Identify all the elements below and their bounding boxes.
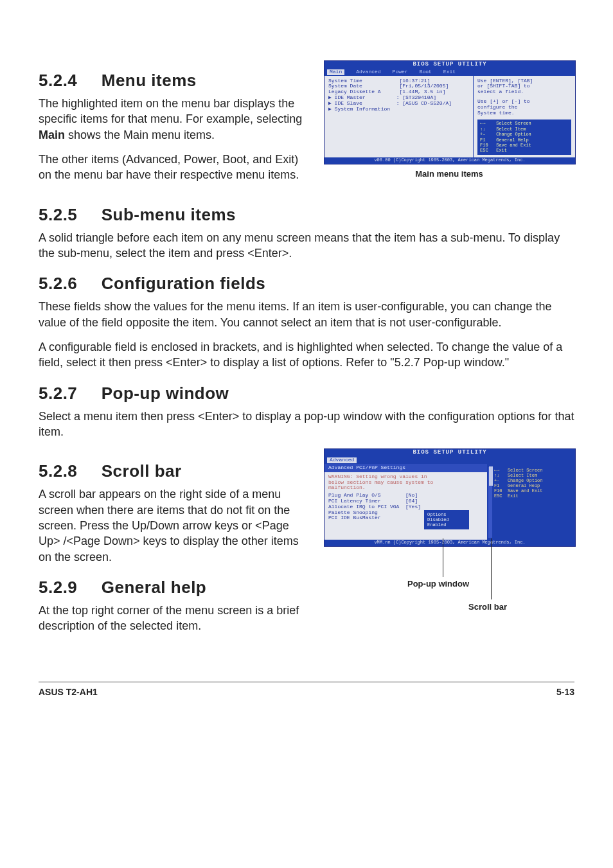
page-footer: ASUS T2-AH1 5-13 bbox=[39, 682, 574, 698]
footer-left: ASUS T2-AH1 bbox=[39, 686, 98, 698]
paragraph: The highlighted item on the menu bar dis… bbox=[39, 96, 312, 143]
paragraph: The other items (Advanced, Power, Boot, … bbox=[39, 152, 312, 183]
callout-line bbox=[491, 538, 492, 599]
popup-options-box: Options Disabled Enabled bbox=[424, 510, 469, 529]
heading-5-2-8: 5.2.8 Scroll bar bbox=[39, 460, 312, 483]
bios-help-box: ←→ Select Screen ↑↓ Select Item +- Chang… bbox=[477, 120, 571, 154]
bios-subheading: Advanced PCI/PnP Settings bbox=[324, 464, 487, 472]
scrollbar-thumb bbox=[489, 466, 493, 486]
heading-title: Menu items bbox=[102, 71, 197, 90]
callout-scroll: Scroll bar bbox=[468, 601, 507, 613]
heading-5-2-5: 5.2.5 Sub-menu items bbox=[39, 204, 574, 226]
paragraph: A configurable field is enclosed in brac… bbox=[39, 339, 574, 371]
bios-tab-advanced: Advanced bbox=[327, 457, 357, 463]
bios-tab: Exit bbox=[443, 69, 456, 75]
bios-menubar: Main Advanced Power Boot Exit bbox=[324, 69, 575, 76]
heading-5-2-6: 5.2.6 Configuration fields bbox=[39, 272, 574, 295]
figure-caption: Main menu items bbox=[324, 168, 574, 180]
bios-footer: v08.00 (C)Copyright 1985-2003, American … bbox=[324, 157, 575, 164]
bios-tab: Power bbox=[393, 69, 408, 75]
paragraph: These fields show the values for the men… bbox=[39, 299, 574, 330]
bios-left-pane: System Time [16:37:21] System Date [Fri,… bbox=[324, 76, 474, 157]
bios-right-pane: Use [ENTER], [TAB] or [SHIFT-TAB] to sel… bbox=[474, 76, 575, 157]
paragraph: A scroll bar appears on the right side o… bbox=[39, 486, 312, 564]
bios-tab: Boot bbox=[420, 69, 432, 75]
bios-title: BIOS SETUP UTILITY bbox=[324, 61, 575, 69]
bios-menubar: Advanced bbox=[324, 457, 575, 464]
paragraph: A solid triangle before each item on any… bbox=[39, 230, 574, 261]
paragraph: At the top right corner of the menu scre… bbox=[39, 603, 312, 634]
callout-popup: Pop-up window bbox=[407, 578, 469, 590]
heading-num: 5.2.4 bbox=[39, 69, 96, 92]
callout-line bbox=[443, 538, 443, 577]
paragraph: Select a menu item then press <Enter> to… bbox=[39, 409, 574, 440]
bios-advanced-screenshot: BIOS SETUP UTILITY Advanced Advanced PCI… bbox=[324, 448, 576, 546]
footer-right: 5-13 bbox=[556, 686, 574, 698]
bios-right-pane: ←→ Select Screen ↑↓ Select Item +- Chang… bbox=[488, 464, 575, 540]
bios-warning: WARNING: Setting wrong values in below s… bbox=[328, 474, 483, 491]
bios-tab-main: Main bbox=[327, 69, 344, 75]
heading-5-2-9: 5.2.9 General help bbox=[39, 576, 312, 599]
bios-tab: Advanced bbox=[356, 69, 380, 75]
bios-main-screenshot: BIOS SETUP UTILITY Main Advanced Power B… bbox=[324, 60, 576, 164]
heading-5-2-7: 5.2.7 Pop-up window bbox=[39, 382, 574, 405]
heading-5-2-4: 5.2.4 Menu items bbox=[39, 69, 312, 92]
